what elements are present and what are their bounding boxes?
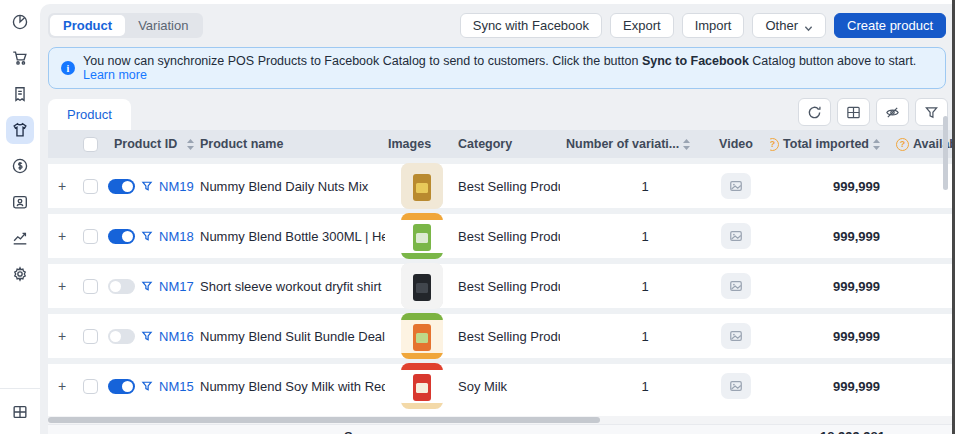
header-video: Video <box>690 137 770 151</box>
product-table: Product ID Product name Images Category … <box>48 130 952 416</box>
product-id-link[interactable]: NM18 <box>159 229 194 244</box>
settings-icon[interactable] <box>6 260 34 288</box>
variation-count: 1 <box>560 329 690 344</box>
video-button[interactable] <box>721 223 751 249</box>
video-button[interactable] <box>721 273 751 299</box>
filter-icon[interactable] <box>141 230 153 242</box>
product-image[interactable] <box>401 263 443 309</box>
products-icon[interactable] <box>6 116 34 144</box>
sum-row: Sum 18.999.981 <box>48 424 952 434</box>
active-toggle[interactable] <box>108 179 135 194</box>
variation-count: 1 <box>560 379 690 394</box>
product-name: Nummy Blend Sulit Bundle Deal <box>200 329 385 344</box>
active-toggle[interactable] <box>108 379 135 394</box>
reports-icon[interactable] <box>6 224 34 252</box>
expand-row-button[interactable]: + <box>58 379 66 393</box>
filter-icon[interactable] <box>141 280 153 292</box>
select-all-checkbox[interactable] <box>83 137 98 152</box>
sort-icon[interactable] <box>683 139 690 150</box>
sort-icon[interactable] <box>187 139 194 150</box>
product-variation-switch: Product Variation <box>48 13 203 38</box>
product-management-app: Product Variation Sync with Facebook Exp… <box>0 0 959 434</box>
tab-product[interactable]: Product <box>50 15 125 36</box>
expand-row-button[interactable]: + <box>58 329 66 343</box>
customers-icon[interactable] <box>6 188 34 216</box>
export-button[interactable]: Export <box>610 13 674 38</box>
row-checkbox[interactable] <box>83 379 98 394</box>
help-icon[interactable]: ? <box>770 138 779 151</box>
product-id-link[interactable]: NM17 <box>159 279 194 294</box>
header-product-id[interactable]: Product ID <box>104 137 196 151</box>
sidebar <box>0 0 40 434</box>
active-toggle[interactable] <box>108 229 135 244</box>
filter-icon[interactable] <box>141 330 153 342</box>
product-image[interactable] <box>401 313 443 359</box>
topbar: Product Variation Sync with Facebook Exp… <box>48 10 946 40</box>
product-name: Nummy Blend Bottle 300ML | Heat Resistan… <box>200 229 385 244</box>
table-toolbar <box>798 98 948 130</box>
chevron-down-icon <box>804 21 813 30</box>
learn-more-link[interactable]: Learn more <box>83 68 147 82</box>
product-name: Nummy Blend Daily Nuts Mix <box>200 179 385 194</box>
video-button[interactable] <box>721 173 751 199</box>
vertical-scrollbar-thumb[interactable] <box>943 116 948 190</box>
product-name: Short sleeve workout dryfit shirt <box>200 279 385 294</box>
row-checkbox[interactable] <box>83 179 98 194</box>
table-card-header: Product <box>48 98 948 130</box>
header-variations[interactable]: Number of variati... <box>560 137 690 151</box>
create-product-button[interactable]: Create product <box>834 13 946 38</box>
banner-text: You now can synchronize POS Products to … <box>83 54 933 82</box>
total-imported-value: 999,999 <box>770 179 890 194</box>
product-id-link[interactable]: NM19 <box>159 179 194 194</box>
header-category: Category <box>455 137 560 151</box>
other-button[interactable]: Other <box>752 13 826 38</box>
table-row: + NM19 Nummy Blend Daily Nuts Mix Best S… <box>48 158 952 208</box>
product-image[interactable] <box>401 363 443 409</box>
product-id-link[interactable]: NM16 <box>159 329 194 344</box>
info-banner: i You now can synchronize POS Products t… <box>48 47 946 89</box>
invoices-icon[interactable] <box>6 80 34 108</box>
filter-icon[interactable] <box>141 180 153 192</box>
video-button[interactable] <box>721 323 751 349</box>
payments-icon[interactable] <box>6 152 34 180</box>
dashboard-icon[interactable] <box>6 8 34 36</box>
filter-icon[interactable] <box>141 380 153 392</box>
variation-count: 1 <box>560 279 690 294</box>
sort-icon[interactable] <box>873 139 880 150</box>
active-toggle[interactable] <box>108 329 135 344</box>
active-toggle[interactable] <box>108 279 135 294</box>
expand-row-button[interactable]: + <box>58 179 66 193</box>
row-checkbox[interactable] <box>83 229 98 244</box>
row-checkbox[interactable] <box>83 329 98 344</box>
table-tab-product[interactable]: Product <box>48 99 131 130</box>
horizontal-scrollbar[interactable] <box>48 416 952 424</box>
refresh-button[interactable] <box>798 98 831 126</box>
hide-columns-button[interactable] <box>876 98 909 126</box>
row-checkbox[interactable] <box>83 279 98 294</box>
info-icon: i <box>61 61 75 75</box>
apps-grid-icon[interactable] <box>6 398 34 426</box>
sync-facebook-button[interactable]: Sync with Facebook <box>460 13 602 38</box>
help-icon[interactable]: ? <box>896 138 909 151</box>
tab-variation[interactable]: Variation <box>125 15 201 36</box>
horizontal-scrollbar-thumb[interactable] <box>48 417 600 423</box>
table-row: + NM16 Nummy Blend Sulit Bundle Deal Bes… <box>48 308 952 358</box>
product-image[interactable] <box>401 163 443 209</box>
table-header-row: Product ID Product name Images Category … <box>48 130 952 158</box>
expand-row-button[interactable]: + <box>58 279 66 293</box>
table-row: + NM18 Nummy Blend Bottle 300ML | Heat R… <box>48 208 952 258</box>
variation-count: 1 <box>560 229 690 244</box>
product-id-link[interactable]: NM15 <box>159 379 194 394</box>
video-button[interactable] <box>721 373 751 399</box>
expand-row-button[interactable]: + <box>58 229 66 243</box>
header-total-imported[interactable]: ? Total imported <box>770 137 890 151</box>
product-category: Best Selling Products <box>455 279 560 294</box>
orders-cart-icon[interactable] <box>6 44 34 72</box>
product-image[interactable] <box>401 213 443 259</box>
total-imported-value: 999,999 <box>770 229 890 244</box>
table-view-button[interactable] <box>837 98 870 126</box>
import-button[interactable]: Import <box>682 13 745 38</box>
sidebar-bottom <box>0 388 40 434</box>
product-category: Best Selling Products <box>455 229 560 244</box>
product-category: Best Selling Products <box>455 179 560 194</box>
